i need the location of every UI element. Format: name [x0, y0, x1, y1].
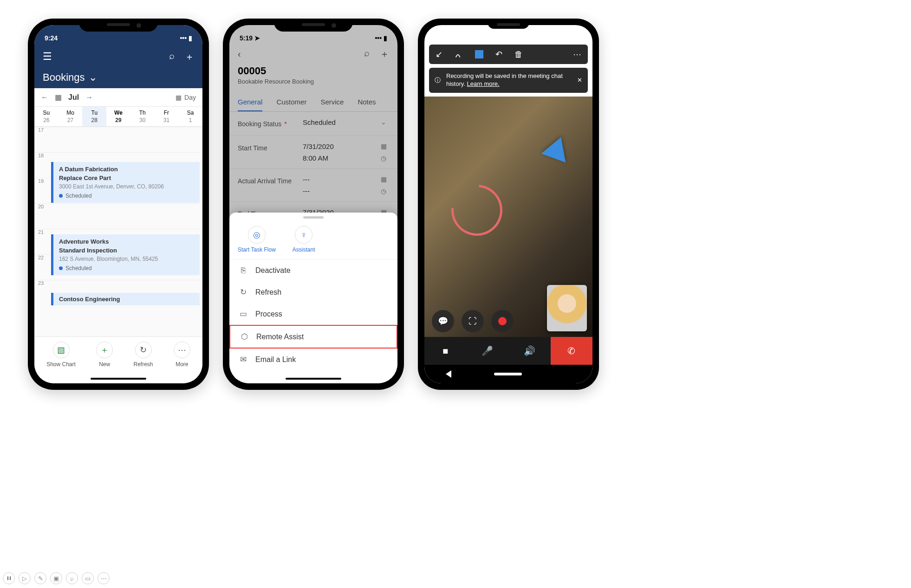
status-time: 12:30 — [571, 33, 586, 40]
calendar-toolbar: ← ▦ Jul → ▦ Day — [34, 88, 202, 107]
day-selected-tu[interactable]: Tu28 — [82, 107, 106, 126]
phone-booking-detail: 5:19 ➤ ••• ▮ ‹ ⌕ ＋ 00005 Bookable Resour… — [223, 19, 404, 390]
annotation-circle — [441, 174, 513, 246]
lightbulb-icon: ♀ — [295, 226, 312, 244]
phone-bookings: 9:24 ••• ▮ ☰ ⌕ ＋ Bookings ⌄ ← — [28, 19, 209, 390]
menu-icon[interactable]: ☰ — [43, 51, 52, 63]
menu-deactivate[interactable]: ⎘ Deactivate — [229, 260, 397, 281]
event-company: Adventure Works — [59, 238, 194, 245]
event-task: Standard Inspection — [59, 247, 194, 254]
menu-remote-assist[interactable]: ⬡ Remote Assist — [229, 325, 397, 349]
close-icon[interactable]: ✕ — [577, 77, 582, 84]
camera-toggle-button[interactable]: ■ — [424, 337, 467, 365]
bottom-action-bar: ▧ Show Chart ＋ New ↻ Refresh ⋯ More — [34, 336, 202, 383]
menu-refresh[interactable]: ↻ Refresh — [229, 281, 397, 303]
hangup-button[interactable]: ✆ — [551, 337, 593, 365]
email-icon: ✉ — [239, 355, 248, 364]
remote-assist-icon: ⬡ — [240, 332, 249, 342]
event-task: Replace Core Part — [59, 174, 194, 181]
learn-more-link[interactable]: Learn more. — [467, 80, 500, 87]
view-switcher[interactable]: ▦ Day — [176, 94, 196, 101]
phone-remote-assist-call: ▲ ▮ 12:30 ↙ ↶ 🗑 ⋯ ⓘ Recording will be sa… — [418, 19, 599, 390]
plus-icon: ＋ — [96, 342, 113, 358]
undo-icon[interactable]: ↶ — [495, 49, 502, 59]
call-controls: ■ 🎤 🔊 ✆ — [424, 337, 592, 365]
capture-button[interactable]: ⛶ — [462, 310, 484, 332]
event-address: 162 S Avenue, Bloomington, MN, 55425 — [59, 256, 194, 262]
month-label[interactable]: Jul — [68, 93, 79, 102]
recording-notice: ⓘ Recording will be saved in the meeting… — [429, 68, 588, 93]
back-button[interactable] — [446, 370, 451, 378]
status-dot-icon — [59, 266, 63, 270]
new-button[interactable]: ＋ New — [96, 342, 113, 368]
trash-icon[interactable]: 🗑 — [514, 50, 523, 59]
day-timeline[interactable]: 17 18 19 20 21 22 23 A Datum Fabrication… — [34, 127, 202, 336]
event-status: Scheduled — [65, 265, 92, 271]
chevron-down-icon: ⌄ — [89, 71, 97, 84]
collapse-icon[interactable]: ↙ — [436, 49, 442, 59]
search-icon[interactable]: ⌕ — [169, 51, 175, 63]
event-status: Scheduled — [65, 193, 92, 199]
task-flow-icon: ◎ — [248, 226, 266, 244]
title-text: Bookings — [43, 71, 85, 84]
chart-icon: ▧ — [53, 342, 70, 358]
next-arrow-icon[interactable]: → — [85, 93, 93, 102]
mic-toggle-button[interactable]: 🎤 — [467, 337, 509, 365]
home-button[interactable] — [494, 373, 522, 375]
more-icon: ⋯ — [174, 342, 190, 358]
android-nav-bar — [424, 365, 592, 383]
start-task-flow-button[interactable]: ◎ Start Task Flow — [238, 226, 276, 253]
status-time: 9:24 — [45, 34, 58, 42]
assistant-button[interactable]: ♀ Assistant — [293, 226, 315, 253]
battery-icon: ▮ — [565, 33, 568, 40]
refresh-button[interactable]: ↻ Refresh — [133, 342, 153, 368]
show-chart-button[interactable]: ▧ Show Chart — [46, 342, 76, 368]
ink-icon[interactable] — [455, 50, 463, 58]
menu-email-link[interactable]: ✉ Email a Link — [229, 349, 397, 370]
booking-card-adatum[interactable]: A Datum Fabrication Replace Core Part 30… — [51, 162, 200, 203]
day-sa[interactable]: Sa1 — [178, 107, 202, 126]
hour-label: 18 — [34, 152, 202, 158]
color-swatch[interactable] — [475, 50, 483, 58]
info-icon: ⓘ — [435, 76, 441, 84]
home-indicator[interactable] — [91, 378, 146, 380]
home-indicator[interactable] — [286, 378, 341, 380]
view-label: Day — [184, 94, 196, 101]
menu-process[interactable]: ▭ Process — [229, 303, 397, 325]
annotation-arrow — [541, 133, 573, 162]
hour-label: 20 — [34, 203, 202, 209]
day-fr[interactable]: Fr31 — [155, 107, 179, 126]
status-bar: ▲ ▮ 12:30 — [550, 30, 592, 44]
calendar-icon: ▦ — [176, 94, 182, 101]
record-button[interactable] — [491, 310, 514, 332]
day-th[interactable]: Th30 — [130, 107, 155, 126]
hour-label: 17 — [34, 127, 202, 133]
speaker-button[interactable]: 🔊 — [508, 337, 551, 365]
weekday-header: Su26 Mo27 Tu28 We29 Th30 Fr31 Sa1 — [34, 107, 202, 127]
calendar-icon[interactable]: ▦ — [55, 93, 62, 102]
refresh-icon: ↻ — [239, 287, 248, 297]
notice-text: Recording will be saved in the meeting c… — [446, 72, 563, 87]
video-feed[interactable]: 💬 ⛶ — [424, 97, 592, 337]
event-company: Contoso Engineering — [59, 296, 120, 303]
booking-card-contoso[interactable]: Contoso Engineering — [51, 293, 200, 305]
sheet-grab-handle[interactable] — [303, 216, 324, 219]
status-dot-icon — [59, 194, 63, 198]
hour-label: 23 — [34, 280, 202, 286]
event-address: 3000 East 1st Avenue, Denver, CO, 80206 — [59, 183, 194, 190]
page-title[interactable]: Bookings ⌄ — [43, 71, 194, 84]
day-we[interactable]: We29 — [106, 107, 130, 126]
signal-icon: ▲ — [556, 33, 562, 40]
chat-button[interactable]: 💬 — [432, 310, 454, 332]
prev-arrow-icon[interactable]: ← — [41, 93, 48, 102]
refresh-icon: ↻ — [135, 342, 152, 358]
event-company: A Datum Fabrication — [59, 166, 194, 173]
self-view[interactable] — [547, 285, 587, 331]
process-icon: ▭ — [239, 309, 248, 319]
action-sheet: ◎ Start Task Flow ♀ Assistant ⎘ Deactiva… — [229, 213, 397, 383]
more-button[interactable]: ⋯ More — [174, 342, 190, 368]
more-icon[interactable]: ⋯ — [573, 49, 581, 59]
deactivate-icon: ⎘ — [239, 266, 248, 275]
add-icon[interactable]: ＋ — [185, 51, 194, 63]
booking-card-adventure[interactable]: Adventure Works Standard Inspection 162 … — [51, 234, 200, 275]
